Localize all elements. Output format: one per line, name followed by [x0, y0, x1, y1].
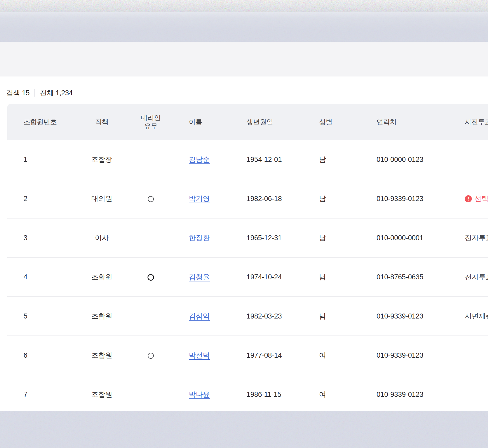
- table-row: 7 조합원 박나윤 1986-11-15 여 010-9339-0123: [7, 375, 488, 414]
- cell-proxy: [131, 140, 171, 179]
- cell-member-no: 7: [7, 375, 73, 414]
- members-table-card: 조합원번호 직책 대리인 유무 이름 생년월일 성별 연락처 사전투표 1 조합…: [7, 104, 488, 414]
- col-header-gender: 성별: [312, 104, 369, 140]
- col-header-proxy: 대리인 유무: [131, 104, 171, 140]
- cell-birth: 1977-08-14: [239, 336, 312, 375]
- cell-proxy: [131, 375, 171, 414]
- cell-proxy: [131, 336, 171, 375]
- search-count-label: 검색 15: [6, 88, 30, 98]
- table-row: 2 대의원 박기영 1982-06-18 남 010-9339-0123 !선택: [7, 179, 488, 218]
- cell-member-no: 5: [7, 297, 73, 336]
- cell-proxy: [131, 179, 171, 218]
- cell-gender: 남: [312, 218, 369, 257]
- proxy-circle-icon: [148, 196, 154, 202]
- cell-early-vote: [457, 375, 488, 414]
- top-noise-texture: [0, 0, 488, 42]
- cell-phone: 010-8765-0635: [369, 257, 457, 297]
- table-row: 5 조합원 김삼익 1982-03-23 남 010-9339-0123 서면제…: [7, 297, 488, 336]
- cell-early-vote: !선택: [457, 179, 488, 218]
- member-name-link[interactable]: 박기영: [189, 195, 210, 203]
- cell-gender: 여: [312, 336, 369, 375]
- cell-name: 박선덕: [171, 336, 239, 375]
- col-header-position: 직책: [73, 104, 131, 140]
- alert-icon: !: [465, 195, 472, 202]
- table-row: 1 조합장 김남순 1954-12-01 남 010-0000-0123: [7, 140, 488, 179]
- cell-proxy: [131, 218, 171, 257]
- cell-early-vote: 전자투표: [457, 257, 488, 297]
- cell-member-no: 4: [7, 257, 73, 297]
- page: { "colors": { "band_lavender_top": "#d7d…: [0, 0, 488, 448]
- cell-birth: 1954-12-01: [239, 140, 312, 179]
- cell-phone: 010-9339-0123: [369, 375, 457, 414]
- result-summary: 검색 15 전체 1,234: [6, 88, 73, 98]
- table-row: 6 조합원 박선덕 1977-08-14 여 010-9339-0123: [7, 336, 488, 375]
- cell-early-vote: 전자투표: [457, 218, 488, 257]
- col-header-name: 이름: [171, 104, 239, 140]
- member-name-link[interactable]: 한장환: [189, 234, 210, 242]
- cell-position: 이사: [73, 218, 131, 257]
- member-name-link[interactable]: 김삼익: [189, 312, 210, 320]
- cell-phone: 010-9339-0123: [369, 297, 457, 336]
- top-lavender-band: [0, 0, 488, 42]
- cell-gender: 남: [312, 179, 369, 218]
- cell-early-vote: [457, 140, 488, 179]
- col-header-birth: 생년월일: [239, 104, 312, 140]
- cell-position: 조합원: [73, 257, 131, 297]
- cell-member-no: 6: [7, 336, 73, 375]
- proxy-circle-icon: [148, 353, 154, 359]
- cell-birth: 1982-06-18: [239, 179, 312, 218]
- cell-position: 조합장: [73, 140, 131, 179]
- cell-phone: 010-0000-0123: [369, 140, 457, 179]
- cell-phone: 010-0000-0001: [369, 218, 457, 257]
- member-name-link[interactable]: 박나윤: [189, 391, 210, 398]
- cell-member-no: 1: [7, 140, 73, 179]
- cell-proxy: [131, 297, 171, 336]
- cell-early-vote: [457, 336, 488, 375]
- table-header-row: 조합원번호 직책 대리인 유무 이름 생년월일 성별 연락처 사전투표: [7, 104, 488, 140]
- col-header-early-vote: 사전투표: [457, 104, 488, 140]
- cell-name: 박기영: [171, 179, 239, 218]
- cell-name: 한장환: [171, 218, 239, 257]
- cell-member-no: 3: [7, 218, 73, 257]
- table-row: 3 이사 한장환 1965-12-31 남 010-0000-0001 전자투표: [7, 218, 488, 257]
- member-name-link[interactable]: 박선덕: [189, 351, 210, 359]
- col-header-member-no: 조합원번호: [7, 104, 73, 140]
- cell-birth: 1982-03-23: [239, 297, 312, 336]
- cell-member-no: 2: [7, 179, 73, 218]
- early-vote-alert: !선택: [465, 194, 488, 203]
- cell-phone: 010-9339-0123: [369, 336, 457, 375]
- cell-position: 대의원: [73, 179, 131, 218]
- member-name-link[interactable]: 김청율: [189, 273, 210, 281]
- cell-gender: 남: [312, 140, 369, 179]
- summary-divider: [34, 89, 35, 97]
- cell-name: 김남순: [171, 140, 239, 179]
- cell-position: 조합원: [73, 297, 131, 336]
- cell-early-vote: 서면제출: [457, 297, 488, 336]
- cell-name: 김청율: [171, 257, 239, 297]
- members-table: 조합원번호 직책 대리인 유무 이름 생년월일 성별 연락처 사전투표 1 조합…: [7, 104, 488, 414]
- col-header-phone: 연락처: [369, 104, 457, 140]
- cell-position: 조합원: [73, 375, 131, 414]
- proxy-circle-icon: [148, 274, 154, 281]
- cell-birth: 1986-11-15: [239, 375, 312, 414]
- cell-birth: 1965-12-31: [239, 218, 312, 257]
- cell-name: 김삼익: [171, 297, 239, 336]
- cell-phone: 010-9339-0123: [369, 179, 457, 218]
- table-row: 4 조합원 김청율 1974-10-24 남 010-8765-0635 전자투…: [7, 257, 488, 297]
- cell-gender: 남: [312, 257, 369, 297]
- cell-position: 조합원: [73, 336, 131, 375]
- cell-gender: 남: [312, 297, 369, 336]
- cell-birth: 1974-10-24: [239, 257, 312, 297]
- cell-proxy: [131, 257, 171, 297]
- cell-gender: 여: [312, 375, 369, 414]
- member-name-link[interactable]: 김남순: [189, 156, 210, 163]
- gray-strip: [0, 42, 488, 76]
- early-vote-alert-label: 선택: [474, 194, 488, 203]
- total-count-label: 전체 1,234: [40, 88, 73, 98]
- bottom-noise-texture: [0, 411, 488, 448]
- cell-name: 박나윤: [171, 375, 239, 414]
- bottom-lavender-band: [0, 411, 488, 448]
